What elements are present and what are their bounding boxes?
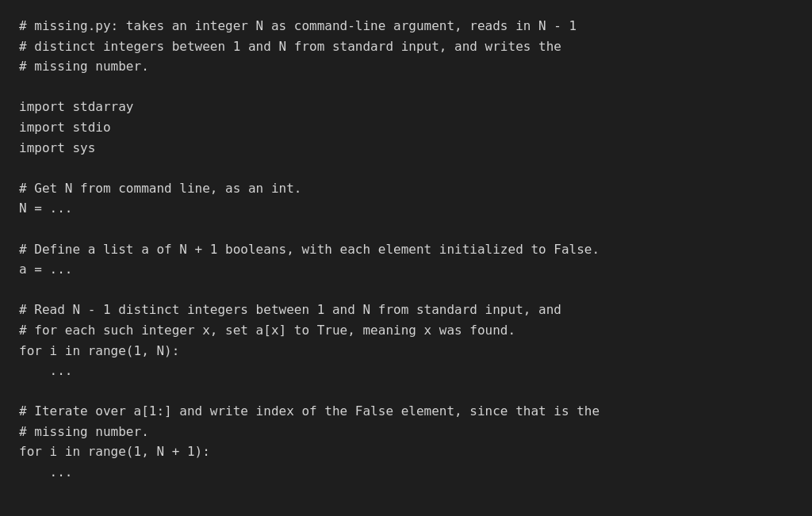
code-editor: # missing.py: takes an integer N as comm…	[0, 0, 812, 516]
code-content: # missing.py: takes an integer N as comm…	[19, 16, 793, 483]
